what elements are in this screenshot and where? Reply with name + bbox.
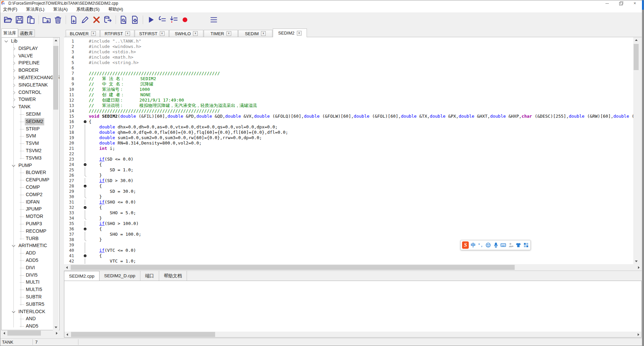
tab-close-icon[interactable]: x (193, 31, 198, 36)
record-icon[interactable] (180, 15, 190, 25)
tree-scroll-down-arrow[interactable] (53, 325, 59, 330)
tree-scroll-up-arrow[interactable] (53, 38, 59, 43)
tree-item-IDFAN[interactable]: IDFAN (2, 198, 54, 206)
tab-close-icon[interactable]: x (261, 31, 266, 36)
tree-item-BLOWER[interactable]: BLOWER (2, 169, 54, 176)
tree-item-SVM[interactable]: SVM (2, 132, 54, 140)
output-horizontal-scrollbar[interactable] (64, 332, 641, 337)
skin-shirt-icon[interactable] (515, 242, 521, 248)
tree-item-BORDER[interactable]: BORDER (2, 67, 54, 74)
fold-collapse-icon[interactable] (83, 253, 87, 258)
tree-hscrollbar-thumb[interactable] (7, 331, 41, 336)
output-scroll-right-arrow[interactable] (636, 332, 641, 337)
output-panel[interactable] (64, 281, 642, 338)
voice-person-icon[interactable] (508, 242, 514, 248)
bottom-tab-SEDIM2_D.cpp[interactable]: SEDIM2_D.cpp (100, 271, 140, 281)
step-over-icon[interactable] (157, 15, 167, 25)
fold-collapse-icon[interactable] (83, 226, 87, 232)
tree-item-VALVE[interactable]: VALVE (2, 52, 54, 60)
tab-close-icon[interactable]: x (227, 31, 231, 36)
paste-icon[interactable] (26, 15, 36, 25)
menu-algorithm[interactable]: 算法(A) (53, 6, 68, 12)
tree-item-TSVM2[interactable]: TSVM2 (2, 147, 54, 155)
tree-item-HEATEXCHANGER[interactable]: HEATEXCHANGER (2, 74, 54, 81)
bottom-tab-端口[interactable]: 端口 (140, 271, 159, 281)
tree-item-PUMP3[interactable]: PUMP3 (2, 220, 54, 228)
editor-scroll-down-arrow[interactable] (633, 258, 639, 264)
tree-item-AND5[interactable]: AND5 (2, 323, 54, 330)
toolbox-grid-icon[interactable] (523, 242, 529, 248)
db-export-icon[interactable] (103, 15, 113, 25)
tree-item-SINGLETANK[interactable]: SINGLETANK (2, 81, 54, 89)
editor-tab-STFIRST[interactable]: STFIRSTx (135, 30, 169, 37)
bottom-tab-SEDIM2.cpp[interactable]: SEDIM2.cpp (64, 271, 100, 281)
tab-close-icon[interactable]: x (160, 31, 165, 36)
editor-scroll-up-arrow[interactable] (633, 37, 639, 43)
tree-item-AND[interactable]: AND (2, 315, 54, 323)
minimize-button[interactable] (605, 1, 609, 5)
editor-tab-BLOWER[interactable]: BLOWERx (66, 30, 100, 37)
tree-item-TSVM[interactable]: TSVM (2, 140, 54, 147)
tree-item-SEDIM[interactable]: SEDIM (2, 111, 54, 118)
tree-item-COMP2[interactable]: COMP2 (2, 191, 54, 198)
menu-library[interactable]: 算法库(L) (26, 6, 45, 12)
close-button[interactable]: × (633, 1, 637, 5)
tree-item-RECOMP[interactable]: RECOMP (2, 228, 54, 235)
editor-scroll-left-arrow[interactable] (64, 265, 70, 270)
tree-item-INTERLOCK[interactable]: INTERLOCK (2, 308, 54, 315)
tree-item-ADD[interactable]: ADD (2, 249, 54, 257)
output-hscrollbar-thumb[interactable] (71, 332, 215, 337)
tree-item-CONTROL[interactable]: CONTROL (2, 89, 54, 96)
tree-scroll-left-arrow[interactable] (1, 330, 7, 336)
tree-item-MOTOR[interactable]: MOTOR (2, 213, 54, 220)
punctuation-icon[interactable]: °， (478, 242, 484, 248)
tree-horizontal-scrollbar[interactable] (1, 330, 60, 336)
editor-tab-SEDIM[interactable]: SEDIMx (238, 30, 272, 37)
tree-item-TOWER[interactable]: TOWER (2, 96, 54, 103)
tree-item-Lib[interactable]: Lib (2, 38, 54, 45)
tree-item-MULTI5[interactable]: MULTI5 (2, 286, 54, 293)
restore-button[interactable] (619, 1, 623, 5)
fold-collapse-icon[interactable] (83, 119, 87, 124)
tree-vertical-scrollbar[interactable] (53, 38, 59, 330)
sogou-logo-icon[interactable]: S (462, 241, 469, 249)
list-lines-icon[interactable] (209, 15, 219, 25)
fold-collapse-icon[interactable] (83, 205, 87, 210)
editor-hscrollbar-thumb[interactable] (71, 265, 515, 270)
editor-tab-SWHLO[interactable]: SWHLOx (169, 30, 203, 37)
menu-system-functions[interactable]: 系统函数(S) (76, 6, 100, 12)
tree-item-PIPELINE[interactable]: PIPELINE (2, 59, 54, 67)
tree-item-DIVI[interactable]: DIVI (2, 264, 54, 272)
editor-vertical-scrollbar[interactable] (633, 37, 639, 264)
delete-x-icon[interactable] (91, 15, 102, 25)
tree-item-DIVI5[interactable]: DIVI5 (2, 272, 54, 279)
chinese-mode-icon[interactable]: 中 (470, 242, 476, 248)
edit-pencil-icon[interactable] (80, 15, 90, 25)
trash-icon[interactable] (53, 15, 63, 25)
run-icon[interactable] (146, 15, 156, 25)
fold-collapse-icon[interactable] (83, 183, 87, 189)
tree-item-JPUMP[interactable]: JPUMP (2, 206, 54, 213)
emoji-icon[interactable] (485, 242, 491, 248)
tab-close-icon[interactable]: x (91, 31, 96, 36)
editor-scrollbar-thumb[interactable] (634, 44, 639, 70)
sidebar-tab-algorithms[interactable]: 算法库 (1, 28, 18, 37)
menu-help[interactable]: 帮助(H) (108, 6, 123, 12)
add-folder-icon[interactable] (42, 15, 52, 25)
tree-item-PUMP[interactable]: PUMP (2, 162, 54, 169)
output-scroll-left-arrow[interactable] (64, 332, 70, 337)
sidebar-tab-functions[interactable]: 函数库 (18, 30, 35, 37)
microphone-icon[interactable] (493, 242, 499, 248)
tree-item-SUBTR[interactable]: SUBTR (2, 293, 54, 301)
tree-item-DISPLAY[interactable]: DISPLAY (2, 45, 54, 52)
tree-item-TANK[interactable]: TANK (2, 103, 54, 111)
fold-collapse-icon[interactable] (83, 162, 87, 167)
new-file-icon[interactable] (69, 15, 79, 25)
tree-item-SEDIM2[interactable]: SEDIM2 (2, 118, 54, 125)
file-gear-icon[interactable] (130, 15, 140, 25)
editor-tab-SEDIM2[interactable]: SEDIM2x (273, 28, 307, 37)
open-folder-icon[interactable] (3, 15, 13, 25)
sidebar-splitter[interactable] (60, 28, 64, 338)
file-wrench-icon[interactable] (119, 15, 129, 25)
editor-horizontal-scrollbar[interactable] (64, 265, 642, 270)
